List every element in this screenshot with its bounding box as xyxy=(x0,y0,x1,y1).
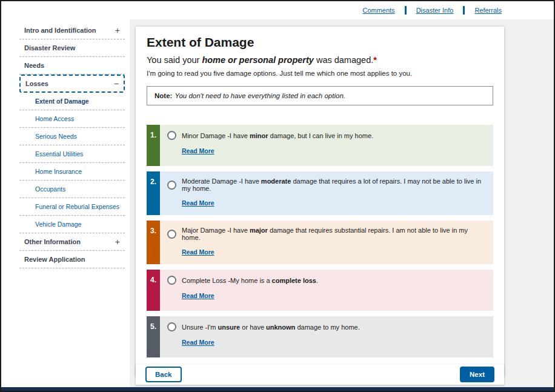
question-suffix: was damaged. xyxy=(314,55,373,65)
required-asterisk: * xyxy=(373,55,377,65)
sidebar-item-label: Disaster Review xyxy=(24,44,75,51)
note-label: Note: xyxy=(155,92,172,99)
option-radio[interactable] xyxy=(167,131,176,140)
read-more-link[interactable]: Read More xyxy=(182,292,214,299)
sidebar-item-serious-needs[interactable]: Serious Needs xyxy=(19,128,125,145)
sidebar-item-intro-and-identification[interactable]: Intro and Identification + xyxy=(19,22,125,39)
sidebar-item-disaster-review[interactable]: Disaster Review xyxy=(19,39,125,57)
sidebar-item-review-application[interactable]: Review Application xyxy=(19,251,125,268)
sidebar-item-essential-utilities[interactable]: Essential Utilities xyxy=(19,145,125,163)
sidebar-item-losses[interactable]: Losses − xyxy=(19,75,125,93)
damage-option-row: 2. Moderate Damage -I have moderate dama… xyxy=(147,171,493,215)
question-prefix: You said your xyxy=(147,55,202,65)
option-number-badge: 2. xyxy=(147,171,160,215)
option-number-badge: 4. xyxy=(147,270,160,311)
page-footer-strip xyxy=(1,387,554,391)
option-label: Major Damage -I have major damage that r… xyxy=(182,227,486,241)
option-content: Moderate Damage -I have moderate damage … xyxy=(160,171,493,215)
option-label: Moderate Damage -I have moderate damage … xyxy=(182,178,486,192)
disaster-info-link[interactable]: Disaster Info xyxy=(416,7,454,14)
next-button[interactable]: Next xyxy=(460,367,494,382)
back-button[interactable]: Back xyxy=(145,367,182,382)
sidebar-item-label: Review Application xyxy=(24,256,85,263)
question-text: You said your home or personal property … xyxy=(147,55,493,65)
sidebar-item-vehicle-damage[interactable]: Vehicle Damage xyxy=(19,216,125,233)
sidebar-item-label: Other Information xyxy=(24,238,81,245)
option-content: Complete Loss -My home is a complete los… xyxy=(160,270,493,311)
link-divider xyxy=(463,6,465,15)
read-more-link[interactable]: Read More xyxy=(182,339,214,346)
damage-option-row: 3. Major Damage -I have major damage tha… xyxy=(147,221,493,264)
link-divider xyxy=(405,6,407,15)
form-navigation-bar: Back Next xyxy=(136,364,504,385)
application-window: { "theme": { "link_color": "#005ea2", "a… xyxy=(0,0,555,392)
form-card: Extent of Damage You said your home or p… xyxy=(136,27,504,376)
read-more-link[interactable]: Read More xyxy=(182,147,214,154)
option-content: Unsure -I'm unsure or have unknown damag… xyxy=(160,316,493,357)
comments-link[interactable]: Comments xyxy=(362,7,394,14)
collapse-icon[interactable]: − xyxy=(114,81,119,87)
option-content: Major Damage -I have major damage that r… xyxy=(160,221,493,264)
option-number-badge: 3. xyxy=(147,221,160,264)
expand-icon[interactable]: + xyxy=(115,27,120,33)
option-radio[interactable] xyxy=(167,230,176,239)
sidebar-item-needs[interactable]: Needs xyxy=(19,57,125,75)
damage-option-row: 4. Complete Loss -My home is a complete … xyxy=(147,270,493,311)
top-link-bar: Comments Disaster Info Referrals xyxy=(1,1,554,19)
referrals-link[interactable]: Referrals xyxy=(474,7,502,14)
option-content: Minor Damage -I have minor damage, but I… xyxy=(160,125,493,166)
read-more-link[interactable]: Read More xyxy=(182,248,214,256)
option-radio[interactable] xyxy=(167,181,176,190)
sidebar-item-extent-of-damage[interactable]: Extent of Damage xyxy=(19,93,125,110)
page-title: Extent of Damage xyxy=(147,35,493,50)
expand-icon[interactable]: + xyxy=(115,239,120,245)
read-more-link[interactable]: Read More xyxy=(182,199,214,207)
option-label: Complete Loss -My home is a complete los… xyxy=(182,277,318,284)
option-label: Unsure -I'm unsure or have unknown damag… xyxy=(182,324,360,331)
option-label: Minor Damage -I have minor damage, but I… xyxy=(182,132,373,139)
sidebar-item-home-access[interactable]: Home Access xyxy=(19,110,125,128)
sidebar-item-funeral-or-reburial-expenses[interactable]: Funeral or Reburial Expenses xyxy=(19,198,125,216)
damage-option-row: 5. Unsure -I'm unsure or have unknown da… xyxy=(147,316,493,357)
instruction-text: I'm going to read you five damage option… xyxy=(147,70,493,77)
option-radio[interactable] xyxy=(167,276,176,285)
sidebar-item-label: Intro and Identification xyxy=(24,27,96,34)
option-number-badge: 5. xyxy=(147,316,160,357)
sidebar-item-label: Needs xyxy=(24,62,44,69)
sidebar-nav: Intro and Identification + Disaster Revi… xyxy=(1,19,130,387)
note-text: You don't need to have everything listed… xyxy=(174,92,345,99)
option-radio[interactable] xyxy=(167,322,176,331)
sidebar-item-label: Losses xyxy=(25,80,48,87)
option-number-badge: 1. xyxy=(147,125,160,166)
main-content-area: Extent of Damage You said your home or p… xyxy=(130,19,554,387)
note-box: Note:You don't need to have everything l… xyxy=(147,86,493,105)
sidebar-item-home-insurance[interactable]: Home Insurance xyxy=(19,163,125,181)
question-emphasis: home or personal property xyxy=(202,55,314,65)
sidebar-item-other-information[interactable]: Other Information + xyxy=(19,233,125,251)
sidebar-item-occupants[interactable]: Occupants xyxy=(19,181,125,198)
damage-option-row: 1. Minor Damage -I have minor damage, bu… xyxy=(147,125,493,166)
